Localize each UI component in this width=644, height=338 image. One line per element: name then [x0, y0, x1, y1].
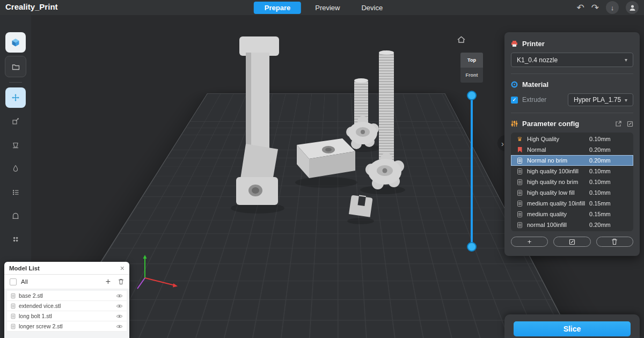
- visibility-toggle[interactable]: [116, 314, 123, 319]
- object-list-tool[interactable]: [5, 182, 26, 202]
- download-button[interactable]: ↓: [606, 1, 619, 14]
- select-all-label: All: [21, 278, 101, 285]
- model-row-base[interactable]: base 2.stl: [7, 291, 127, 301]
- move-icon: [12, 94, 19, 101]
- model-list-items: base 2.stl extended vice.stl: [4, 289, 129, 338]
- section-divider: [511, 74, 633, 74]
- model-long-bolt[interactable]: [365, 50, 404, 189]
- lay-flat-tool[interactable]: [5, 135, 26, 155]
- scale-icon: [12, 117, 19, 125]
- close-icon[interactable]: ×: [120, 264, 125, 272]
- home-icon: [457, 35, 466, 43]
- export-icon: [615, 121, 621, 127]
- support-arch-icon: [12, 212, 19, 219]
- user-button[interactable]: [626, 1, 639, 14]
- slider-handle-top[interactable]: [467, 91, 477, 100]
- slice-button[interactable]: Slice: [514, 321, 631, 336]
- delete-profile-button[interactable]: [596, 237, 633, 247]
- download-icon: ↓: [611, 4, 614, 12]
- model-list-toolbar: All +: [4, 275, 129, 289]
- slider-handle-bottom[interactable]: [467, 242, 477, 252]
- toolbar-divider: [9, 82, 22, 83]
- model-list-header: Model List ×: [4, 262, 129, 275]
- profile-row-hq-100infill[interactable]: high quality 100infill 0.10mm: [511, 166, 633, 177]
- material-selected: Hyper PLA_1.75: [574, 96, 625, 104]
- printer-dropdown[interactable]: K1_0.4 nozzle ▾: [511, 53, 633, 67]
- tab-preview[interactable]: Preview: [308, 2, 347, 13]
- document-icon: [516, 201, 523, 207]
- badge-icon: [516, 147, 523, 153]
- document-icon: [516, 222, 523, 228]
- extruder-checkbox[interactable]: ✓: [511, 97, 518, 104]
- profile-row-high-quality[interactable]: ♛ High Quality 0.10mm: [511, 134, 633, 144]
- visibility-toggle[interactable]: [116, 304, 123, 308]
- tab-device[interactable]: Device: [354, 2, 390, 13]
- trash-icon: [611, 238, 618, 245]
- extruder-row: ✓ Extruder Hyper PLA_1.75 ▾: [511, 93, 633, 106]
- model-longer-screw[interactable]: [346, 78, 379, 149]
- edit-profiles-button[interactable]: [627, 121, 633, 127]
- profile-row-mq-10infill[interactable]: medium quality 10infill 0.15mm: [511, 198, 633, 209]
- visibility-toggle[interactable]: [116, 324, 123, 329]
- mode-tabs: Prepare Preview Device: [254, 0, 390, 15]
- printer-selected: K1_0.4 nozzle: [517, 56, 625, 64]
- move-tool[interactable]: [5, 87, 26, 108]
- tab-prepare[interactable]: Prepare: [254, 2, 301, 14]
- open-file-button[interactable]: [5, 56, 26, 77]
- export-profile-button[interactable]: [615, 121, 621, 127]
- profile-layer-height: 0.15mm: [589, 211, 617, 217]
- material-spool-icon: [511, 81, 518, 88]
- app-window: Creality_Print Prepare Preview Device ↶ …: [0, 0, 644, 338]
- profile-layer-height: 0.10mm: [589, 179, 617, 185]
- document-icon: [11, 293, 16, 298]
- crown-icon: ♛: [516, 136, 523, 142]
- profile-row-normal-no-brim[interactable]: Normal no brim 0.20mm: [511, 155, 633, 166]
- model-row-long-bolt[interactable]: long bolt 1.stl: [7, 311, 127, 321]
- profile-name: high quality low fill: [527, 189, 589, 196]
- document-icon: [516, 179, 523, 185]
- eye-icon: [116, 304, 123, 308]
- model-extended-vice[interactable]: [236, 36, 279, 205]
- axes-indicator: [133, 251, 181, 299]
- profile-row-medium-quality[interactable]: medium quality 0.15mm: [511, 209, 633, 219]
- dots-grid-icon: [12, 236, 19, 243]
- document-icon: [11, 303, 16, 308]
- model-base[interactable]: [297, 138, 355, 178]
- profile-row-normal-100infill[interactable]: normal 100infill 0.20mm: [511, 219, 633, 230]
- delete-model-button[interactable]: [118, 278, 124, 285]
- eye-icon: [116, 293, 123, 298]
- support-tool[interactable]: [5, 205, 26, 226]
- home-view-button[interactable]: [457, 35, 466, 43]
- add-model-button[interactable]: +: [106, 277, 111, 286]
- profile-row-hq-low-fill[interactable]: high quality low fill 0.10mm: [511, 187, 633, 198]
- parameter-config-actions: [615, 121, 633, 127]
- undo-icon[interactable]: ↶: [577, 3, 584, 12]
- view-top-button[interactable]: Top: [460, 53, 483, 68]
- model-row-extended-vice[interactable]: extended vice.stl: [7, 301, 127, 311]
- profile-row-hq-no-brim[interactable]: high quality no brim 0.10mm: [511, 177, 633, 187]
- view-front-button[interactable]: Front: [460, 68, 483, 83]
- material-section-header: Material: [511, 80, 633, 89]
- printer-icon: [511, 40, 518, 47]
- profile-name: medium quality: [527, 211, 589, 217]
- material-dropdown[interactable]: Hyper PLA_1.75 ▾: [568, 93, 633, 106]
- visibility-toggle[interactable]: [116, 293, 123, 298]
- slider-track[interactable]: [471, 94, 473, 248]
- redo-icon[interactable]: ↷: [591, 3, 599, 12]
- select-all-checkbox[interactable]: [10, 278, 17, 285]
- profile-name: high quality no brim: [527, 179, 589, 185]
- add-profile-button[interactable]: +: [511, 237, 548, 247]
- more-tools[interactable]: [5, 229, 26, 249]
- profile-name: high quality 100infill: [527, 168, 589, 174]
- folder-icon: [12, 63, 20, 71]
- document-icon: [11, 313, 16, 318]
- edit-profile-button[interactable]: [553, 237, 590, 247]
- model-row-longer-screw[interactable]: longer screw 2.stl: [7, 321, 127, 332]
- layer-slider[interactable]: [466, 89, 478, 266]
- model-clip[interactable]: [349, 194, 373, 217]
- profile-row-normal[interactable]: Normal 0.20mm: [511, 144, 633, 155]
- scale-tool[interactable]: [5, 111, 26, 131]
- paint-tool[interactable]: [5, 158, 26, 179]
- material-section-title: Material: [522, 80, 548, 89]
- model-list-panel: Model List × All + base 2.stl: [4, 262, 129, 338]
